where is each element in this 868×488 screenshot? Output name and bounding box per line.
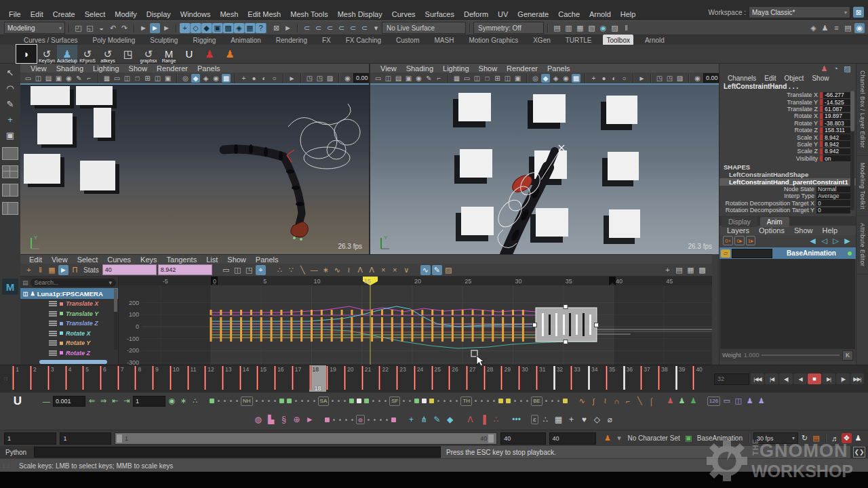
filter-icon[interactable]: ▤ [22, 279, 28, 286]
timeline-frame[interactable]: 6 [100, 365, 117, 392]
scale-tool[interactable]: ▣ [3, 128, 18, 142]
select-object-icon[interactable]: ► [150, 23, 160, 33]
shape-attribute-row[interactable]: Rotation Decomposition Target X 0 [719, 200, 856, 207]
channel-attribute-row[interactable]: Translate X -66.277 [719, 92, 856, 98]
diamond-icon[interactable]: ◆ [444, 414, 456, 426]
menu-item[interactable]: Display [146, 9, 171, 19]
menu-item[interactable]: Curves [392, 9, 416, 19]
timeline-frame[interactable]: 31 [536, 365, 553, 392]
camera-attributes-icon[interactable]: ◫ [384, 74, 393, 83]
history-dropdown-arrow[interactable]: ▾ [371, 23, 381, 33]
layout-two-pane-button[interactable] [2, 184, 18, 197]
graph-editor-menu-item[interactable]: Edit [29, 254, 42, 264]
channel-box-menu-item[interactable]: Edit [764, 73, 776, 83]
graph-editor-menu-item[interactable]: Curves [107, 254, 131, 264]
viewport-right-canvas[interactable]: 26.3 fps Y [370, 85, 719, 254]
camera-attributes-icon[interactable]: ◫ [34, 74, 43, 83]
resolution-gate-icon[interactable]: ◫ [123, 74, 132, 83]
resolution-gate-icon[interactable]: ◫ [473, 74, 481, 83]
character-icon[interactable]: ♟ [756, 396, 766, 406]
gate-mask-icon[interactable]: □ [483, 74, 492, 83]
menu-item[interactable]: Edit Mesh [248, 9, 281, 19]
shelf-tab[interactable]: Sculpting [146, 35, 181, 46]
time-slider-track[interactable]: 1 2 3 4 5 6 [12, 365, 710, 392]
channel-box-menu-item[interactable]: Object [785, 73, 804, 83]
script-editor-icon[interactable]: ❮❯ [853, 447, 865, 458]
region-tool-icon[interactable]: ► [58, 265, 68, 275]
textured-icon[interactable]: ◈ [201, 74, 210, 83]
graph-editor-menu-item[interactable]: Tangents [167, 254, 197, 264]
anim-layer-icon[interactable]: ▣ [684, 433, 694, 443]
slider-settings-icon[interactable]: ◫ [733, 396, 743, 406]
timeline-frame[interactable]: 28 [484, 365, 501, 392]
tripod-icon[interactable]: ⋔ [418, 414, 430, 426]
step-back-frame-button[interactable]: ◀| [779, 373, 793, 384]
timeline-frame[interactable]: 20 [344, 365, 361, 392]
menu-item[interactable]: UV [498, 9, 508, 19]
timeline-frame[interactable]: 2 [30, 365, 47, 392]
more-dots-icon[interactable]: ••• [511, 414, 522, 426]
timeline-frame[interactable]: 30 [518, 365, 536, 392]
lock-tangent-weight-icon[interactable]: × [390, 265, 400, 275]
camera-icon[interactable]: ▭ [374, 74, 382, 83]
menu-item[interactable]: Create [53, 9, 75, 19]
timeline-frame[interactable]: 3 [47, 365, 65, 392]
buffer-curve-icon[interactable]: ∨ [401, 265, 412, 275]
viewport-right[interactable]: ViewShadingLightingShowRendererPanels ▭◫… [370, 64, 719, 254]
layer-editor-menu-item[interactable]: Options [759, 226, 785, 236]
scatter-icon[interactable]: ∴ [540, 414, 551, 426]
timeline-frame[interactable]: 21 [361, 365, 379, 392]
timeline-frame[interactable]: 10 [170, 365, 187, 392]
menu-item[interactable]: Mesh Display [338, 9, 382, 19]
timeline-frame[interactable]: 7 [117, 365, 135, 392]
outliner-channel-row[interactable]: Translate Y [20, 309, 118, 319]
pink-slider-center[interactable]: ◍ [356, 415, 365, 424]
graph-editor-menu-item[interactable]: List [206, 254, 218, 264]
retime-tool-icon[interactable]: Π [70, 265, 80, 275]
zero-key-layer-icon[interactable]: ▷ [831, 236, 841, 246]
viewport-menu-item[interactable]: Lighting [93, 63, 119, 73]
safe-action-icon[interactable]: ◫ [153, 74, 162, 83]
ease-linear-icon[interactable]: ╲ [635, 396, 645, 406]
stats-value-field[interactable]: 8.942 [158, 264, 212, 275]
globe-icon[interactable]: ⊕ [291, 414, 302, 426]
shelf-tab[interactable]: Motion Graphics [465, 35, 521, 46]
viewport-menu-item[interactable]: Panels [547, 63, 570, 73]
layer-editor-menu-item[interactable]: Show [794, 226, 813, 236]
channel-attribute-row[interactable]: Scale X 8.942 [719, 134, 856, 140]
shelf-tab[interactable]: Toolbox [603, 35, 633, 46]
menu-item[interactable]: Mesh [220, 9, 238, 19]
fps-dropdown[interactable]: 30 fps [753, 432, 798, 444]
outliner-channel-row[interactable]: Translate X [20, 299, 118, 309]
timeline-frame[interactable]: 19 [326, 365, 344, 392]
image-plane-icon[interactable]: ▣ [404, 74, 413, 83]
viewport-menu-item[interactable]: Lighting [443, 63, 469, 73]
menu-set-dropdown[interactable]: Modeling▾ [4, 22, 65, 34]
menu-item[interactable]: File [9, 9, 21, 19]
shelf-tab[interactable]: Rigging [189, 35, 219, 46]
move-layer-down-icon[interactable]: ◁ [819, 236, 829, 246]
symmetry-field[interactable]: Symmetry: Off [473, 22, 544, 34]
camera-gate-icon[interactable]: ⌐ [85, 74, 94, 83]
snap-grid-icon[interactable]: + [180, 23, 191, 33]
shape-attribute-row[interactable]: Node State Normal [719, 186, 856, 192]
shelf-character-red[interactable]: ♟ [199, 45, 220, 63]
output-connections-icon[interactable]: ⊂ [325, 23, 335, 33]
menu-item[interactable]: Arnold [589, 9, 611, 19]
timeline-frame[interactable]: 22 [378, 365, 396, 392]
xray-icon[interactable]: ◳ [655, 74, 664, 83]
playback-end-field[interactable]: 40 [500, 432, 545, 445]
power-icon[interactable]: ◉ [167, 396, 177, 406]
channel-box-menu-item[interactable]: Show [812, 73, 829, 83]
book-icon[interactable]: ▐ [477, 414, 489, 426]
layer-editor-menu-item[interactable]: Help [822, 226, 837, 236]
step-forward-key-button[interactable]: |▶ [836, 373, 850, 384]
sidebar-vertical-tab[interactable]: Modeling Toolkit [856, 156, 868, 217]
channel-attribute-row[interactable]: Rotate Z 158.311 [719, 127, 856, 134]
outliner-channel-row[interactable]: Translate Z [20, 319, 118, 329]
stats-label[interactable]: Stats [83, 265, 99, 275]
shelf-keysyn[interactable]: ↺ KeySyn [37, 45, 57, 63]
go-to-start-button[interactable]: |◀◀ [751, 373, 764, 384]
menu-item[interactable]: Generate [517, 9, 549, 19]
new-scene-icon[interactable]: ◰ [73, 23, 83, 33]
